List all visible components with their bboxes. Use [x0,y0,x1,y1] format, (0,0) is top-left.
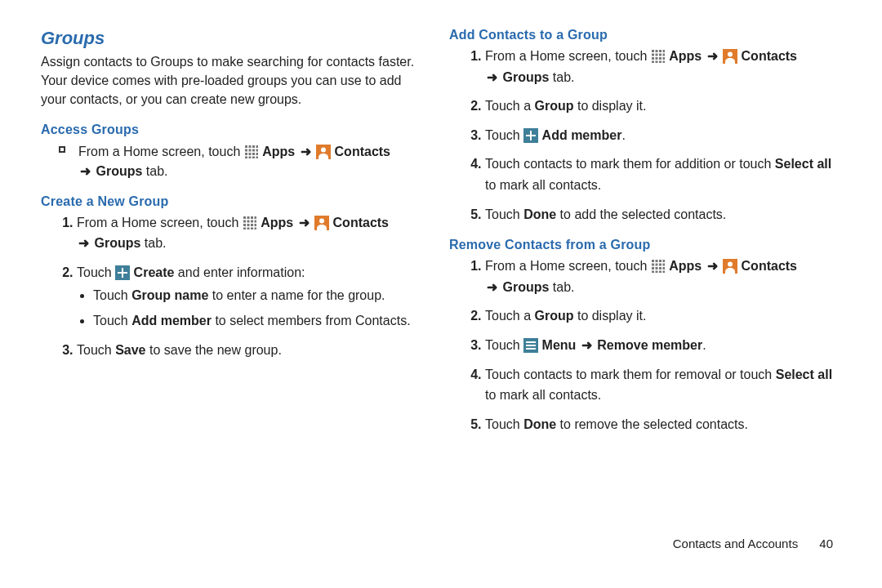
text: to mark all contacts. [485,388,601,402]
svg-rect-64 [652,264,654,266]
svg-rect-30 [243,227,246,229]
menu-label: Menu [542,338,577,352]
left-column: Groups Assign contacts to Groups to make… [41,28,441,580]
svg-rect-8 [245,153,247,155]
step-5: Touch Done to add the selected contacts. [485,204,841,225]
add-contacts-heading: Add Contacts to a Group [449,28,841,42]
svg-rect-70 [659,267,662,270]
apps-label: Apps [261,216,293,229]
svg-rect-44 [655,54,657,56]
svg-rect-13 [248,156,251,158]
svg-rect-12 [245,156,247,158]
svg-rect-9 [248,153,251,155]
page-number: 40 [819,537,833,550]
text: . [621,128,625,142]
text: Touch a [485,99,534,113]
step-1: From a Home screen, touch Apps ➜ Contact… [485,46,841,87]
group-label: Group [534,99,573,113]
step-3: Touch Add member. [485,125,841,146]
svg-rect-28 [251,224,253,226]
svg-rect-27 [247,224,249,226]
svg-rect-1 [248,145,251,148]
step-3: Touch Save to save the new group. [77,340,425,361]
svg-rect-59 [526,135,536,136]
step-5: Touch Done to remove the selected contac… [485,414,841,435]
right-column: Add Contacts to a Group From a Home scre… [441,28,841,580]
svg-rect-20 [251,216,253,219]
svg-rect-7 [256,149,258,151]
svg-rect-25 [254,220,256,222]
svg-rect-31 [247,227,249,229]
contacts-icon [314,216,329,230]
svg-rect-69 [655,267,657,270]
done-label: Done [523,417,556,431]
add-member-label: Add member [131,314,212,327]
contacts-label: Contacts [742,49,797,63]
step-1: From a Home screen, touch Apps ➜ Contact… [485,256,841,297]
step-2: Touch a Group to display it. [485,96,841,117]
svg-point-77 [728,262,733,267]
text: and enter information: [174,265,305,279]
svg-rect-14 [252,156,255,158]
remove-contacts-heading: Remove Contacts from a Group [449,238,841,252]
step-4: Touch contacts to mark them for removal … [485,364,841,406]
svg-rect-41 [659,50,662,52]
section-title: Groups [41,28,425,49]
svg-rect-61 [655,260,657,262]
menu-icon [523,338,538,353]
svg-rect-74 [659,271,662,274]
text: . [702,338,706,352]
arrow-icon: ➜ [485,70,499,84]
page-footer: Contacts and Accounts 40 [673,537,833,550]
svg-rect-63 [662,260,665,262]
svg-rect-75 [662,271,665,274]
svg-point-17 [321,147,326,152]
text: Touch [485,128,523,142]
svg-rect-15 [256,156,258,158]
svg-rect-54 [662,61,665,64]
text: to mark all contacts. [485,178,601,192]
svg-rect-29 [254,224,256,226]
arrow-icon: ➜ [580,338,594,352]
svg-rect-79 [526,341,536,343]
svg-rect-38 [118,272,127,274]
text: to select members from Contacts. [212,314,411,327]
manual-page: Groups Assign contacts to Groups to make… [0,0,882,588]
text: tab. [142,164,167,178]
svg-rect-32 [251,227,253,229]
svg-point-56 [728,52,733,57]
text: to display it. [573,99,646,113]
apps-icon [244,145,259,159]
svg-rect-3 [256,145,258,148]
text: to remove the selected contacts. [556,417,748,431]
contacts-icon [316,145,331,159]
svg-rect-49 [659,57,662,60]
chapter-name: Contacts and Accounts [673,537,798,550]
text: to save the new group. [146,343,282,357]
svg-rect-22 [243,220,246,222]
svg-rect-73 [655,271,657,274]
svg-rect-67 [662,264,665,266]
svg-rect-5 [248,149,251,151]
plus-icon [523,128,538,143]
svg-rect-45 [659,54,662,56]
create-label: Create [134,265,175,279]
svg-rect-48 [655,57,657,60]
bullet-2: Touch Add member to select members from … [93,311,425,332]
text: Touch [77,265,115,279]
arrow-icon: ➜ [706,49,719,63]
svg-rect-6 [252,149,255,151]
apps-label: Apps [669,49,702,63]
svg-rect-4 [245,149,247,151]
arrow-icon: ➜ [485,280,499,294]
svg-rect-53 [659,61,662,64]
groups-label: Groups [502,280,549,294]
group-label: Group [534,309,573,323]
text: Touch [485,417,523,431]
svg-rect-2 [252,145,255,148]
svg-rect-62 [659,260,662,262]
svg-rect-40 [655,50,657,52]
text: Touch [485,338,523,352]
apps-icon [243,216,257,230]
contacts-label: Contacts [335,145,390,158]
